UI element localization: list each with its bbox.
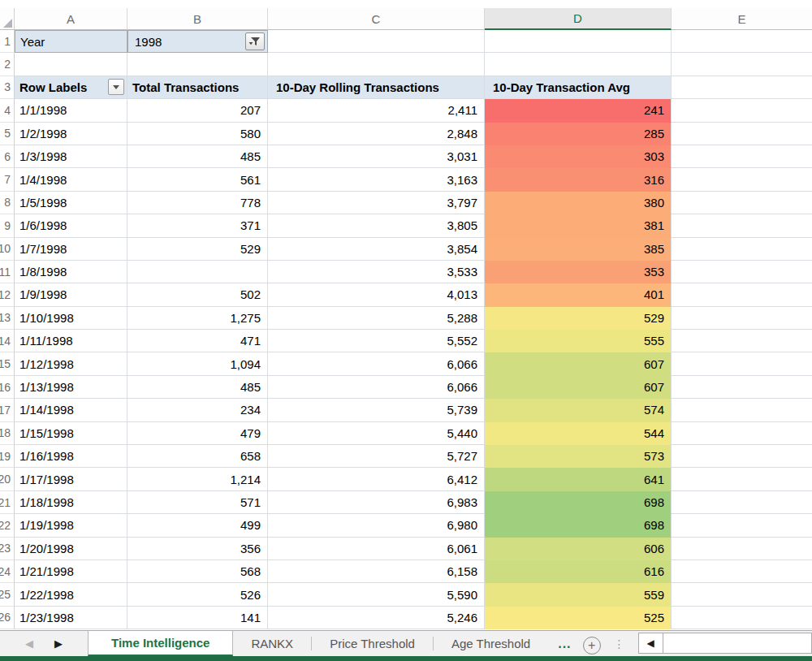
row-number[interactable]: 7 <box>0 168 15 191</box>
horizontal-scrollbar-track[interactable] <box>663 633 811 653</box>
cell-transaction-avg[interactable]: 641 <box>485 468 672 490</box>
cell-empty-e[interactable] <box>672 607 812 629</box>
cell-total-transactions[interactable]: 658 <box>127 445 268 468</box>
cell-e1[interactable] <box>672 30 812 53</box>
cell-transaction-avg[interactable]: 607 <box>485 352 672 375</box>
new-sheet-button[interactable]: + <box>583 634 601 656</box>
row-number[interactable]: 11 <box>0 261 15 283</box>
cell-total-transactions[interactable]: 485 <box>127 376 268 399</box>
cell-empty-e[interactable] <box>672 583 812 606</box>
tab-age-threshold[interactable]: Age Threshold <box>434 631 548 656</box>
cell-total-transactions[interactable]: 502 <box>127 283 268 306</box>
row-labels-dropdown-button[interactable] <box>108 79 124 95</box>
column-header-d-selected[interactable]: D <box>485 8 672 30</box>
cell-total-transactions[interactable]: 1,094 <box>127 352 268 375</box>
cell-date[interactable]: 1/13/1998 <box>15 376 127 399</box>
cell-total-transactions[interactable]: 485 <box>127 145 268 168</box>
cell-rolling-transactions[interactable]: 5,246 <box>268 607 485 629</box>
cell-empty-e[interactable] <box>672 168 812 191</box>
cell-rolling-transactions[interactable]: 3,854 <box>268 238 485 261</box>
cell-rolling-transactions[interactable]: 6,066 <box>268 376 485 399</box>
cell-rolling-transactions[interactable]: 6,412 <box>268 468 485 490</box>
cell-total-transactions[interactable]: 207 <box>127 99 268 122</box>
cell-date[interactable]: 1/11/1998 <box>15 330 127 352</box>
row-number[interactable]: 17 <box>0 399 15 421</box>
row-number[interactable]: 10 <box>0 238 15 261</box>
cell-d1[interactable] <box>485 30 672 53</box>
cell-date[interactable]: 1/3/1998 <box>15 145 127 168</box>
cell-empty-e[interactable] <box>672 491 812 514</box>
cell-c2[interactable] <box>268 53 485 76</box>
cell-transaction-avg[interactable]: 525 <box>485 607 672 629</box>
cell-rolling-transactions[interactable]: 2,411 <box>268 99 485 122</box>
tab-rankx[interactable]: RANKX <box>233 631 311 656</box>
cell-date[interactable]: 1/23/1998 <box>15 607 127 629</box>
cell-transaction-avg[interactable]: 529 <box>485 307 672 330</box>
cell-empty-e[interactable] <box>672 261 812 283</box>
row-number[interactable]: 26 <box>0 607 15 629</box>
cell-total-transactions[interactable]: 479 <box>127 422 268 445</box>
cell-transaction-avg[interactable]: 574 <box>485 399 672 421</box>
cell-rolling-transactions[interactable]: 5,590 <box>268 583 485 606</box>
row-number[interactable]: 19 <box>0 445 15 468</box>
cell-rolling-transactions[interactable]: 6,066 <box>268 352 485 375</box>
cell-empty-e[interactable] <box>672 560 812 583</box>
row-number[interactable]: 21 <box>0 491 15 514</box>
cell-rolling-transactions[interactable]: 3,031 <box>268 145 485 168</box>
cell-rolling-transactions[interactable]: 3,163 <box>268 168 485 191</box>
cell-total-transactions[interactable]: 499 <box>127 514 268 537</box>
cell-transaction-avg[interactable]: 380 <box>485 192 672 214</box>
cell-rolling-transactions[interactable]: 6,980 <box>268 514 485 537</box>
cell-d2[interactable] <box>485 53 672 76</box>
cell-date[interactable]: 1/7/1998 <box>15 238 127 261</box>
cell-b2[interactable] <box>127 53 268 76</box>
cell-total-transactions[interactable]: 371 <box>127 214 268 237</box>
previous-sheet-arrow-icon[interactable]: ◀ <box>25 638 33 649</box>
cell-date[interactable]: 1/10/1998 <box>15 307 127 330</box>
row-number[interactable]: 6 <box>0 145 15 168</box>
row-number[interactable]: 3 <box>0 76 15 99</box>
cell-date[interactable]: 1/19/1998 <box>15 514 127 537</box>
cell-rolling-transactions[interactable]: 5,552 <box>268 330 485 352</box>
column-header-b[interactable]: B <box>127 8 268 30</box>
more-sheets-button[interactable]: ... <box>548 631 581 656</box>
cell-total-transactions[interactable]: 571 <box>127 491 268 514</box>
cell-total-transactions[interactable] <box>127 261 268 283</box>
cell-empty-e[interactable] <box>672 376 812 399</box>
row-number[interactable]: 5 <box>0 123 15 145</box>
cell-rolling-transactions[interactable]: 3,805 <box>268 214 485 237</box>
cell-date[interactable]: 1/18/1998 <box>15 491 127 514</box>
cell-transaction-avg[interactable]: 381 <box>485 214 672 237</box>
cell-empty-e[interactable] <box>672 445 812 468</box>
column-header-e[interactable]: E <box>672 8 812 30</box>
cell-rolling-transactions[interactable]: 5,440 <box>268 422 485 445</box>
column-header-c[interactable]: C <box>268 8 485 30</box>
cell-transaction-avg[interactable]: 285 <box>485 123 672 145</box>
row-number[interactable]: 20 <box>0 468 15 490</box>
row-number[interactable]: 1 <box>0 30 15 53</box>
cell-empty-e[interactable] <box>672 538 812 560</box>
cell-total-transactions[interactable]: 356 <box>127 538 268 560</box>
cell-empty-e[interactable] <box>672 192 812 214</box>
cell-empty-e[interactable] <box>672 352 812 375</box>
tab-time-intelligence[interactable]: Time Intelligence <box>88 631 233 656</box>
cell-total-transactions[interactable]: 568 <box>127 560 268 583</box>
cell-empty-e[interactable] <box>672 307 812 330</box>
cell-date[interactable]: 1/2/1998 <box>15 123 127 145</box>
cell-empty-e[interactable] <box>672 238 812 261</box>
cell-rolling-transactions[interactable]: 5,288 <box>268 307 485 330</box>
cell-b1-filter-value[interactable]: 1998 <box>127 30 268 53</box>
cell-empty-e[interactable] <box>672 283 812 306</box>
row-number[interactable]: 23 <box>0 538 15 560</box>
row-number[interactable]: 9 <box>0 214 15 237</box>
cell-date[interactable]: 1/6/1998 <box>15 214 127 237</box>
cell-date[interactable]: 1/14/1998 <box>15 399 127 421</box>
cell-transaction-avg[interactable]: 385 <box>485 238 672 261</box>
cell-transaction-avg[interactable]: 573 <box>485 445 672 468</box>
cell-total-transactions[interactable]: 561 <box>127 168 268 191</box>
cell-transaction-avg[interactable]: 555 <box>485 330 672 352</box>
cell-empty-e[interactable] <box>672 123 812 145</box>
tab-bar-options-dots-icon[interactable]: ⋮ <box>606 631 633 656</box>
cell-a1-filter-label[interactable]: Year <box>15 30 127 53</box>
cell-empty-e[interactable] <box>672 514 812 537</box>
